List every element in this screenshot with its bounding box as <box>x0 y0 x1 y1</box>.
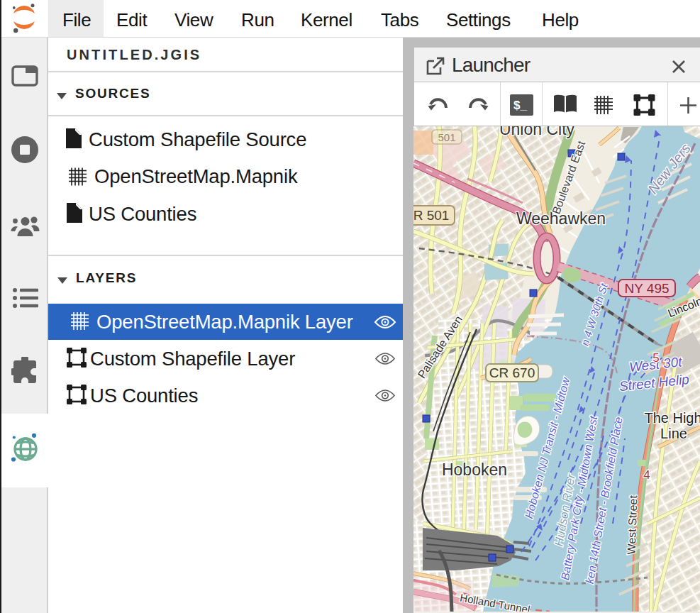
svg-text:CR 670: CR 670 <box>489 365 535 380</box>
svg-text:$_: $_ <box>513 99 527 112</box>
svg-text:Line: Line <box>660 426 687 441</box>
svg-text:NY 495: NY 495 <box>624 281 669 296</box>
svg-text:R 501: R 501 <box>413 208 449 223</box>
svg-text:501: 501 <box>438 131 455 143</box>
svg-text:The High: The High <box>644 410 700 426</box>
svg-text:5: 5 <box>652 351 659 365</box>
svg-text:West Street: West Street <box>626 495 640 554</box>
svg-text:4: 4 <box>643 468 650 482</box>
svg-text:Hoboken: Hoboken <box>442 460 507 479</box>
svg-text:Union City: Union City <box>499 126 575 138</box>
